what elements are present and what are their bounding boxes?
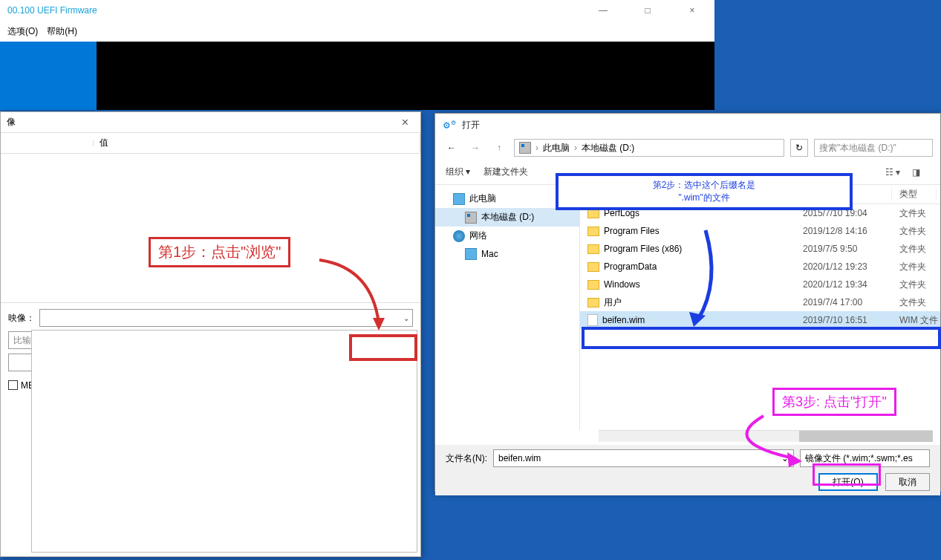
highlight-wim-file-row [582,327,941,349]
highlight-browse-button [349,334,417,361]
up-button[interactable]: ↑ [490,139,508,157]
lower-panel [31,330,417,553]
network-icon [453,230,465,242]
file-row-1[interactable]: Program Files2019/12/8 14:16文件夹 [580,222,940,240]
modal-title-suffix: 像 [7,116,16,128]
preview-pane-icon[interactable]: ◨ [912,166,930,179]
breadcrumb-drive[interactable]: 本地磁盘 (D:) [582,142,634,154]
magenta-arrow-icon [719,412,815,472]
vm-tab-row [0,42,714,110]
folder-icon [587,280,599,290]
folder-icon [587,298,599,307]
file-row-5[interactable]: 用户2019/7/4 17:00文件夹 [580,293,940,311]
modal-titlebar[interactable]: 像 × [1,112,420,133]
vm-titlebar: 00.100 UEFI Firmware — □ × [0,0,714,21]
drive-icon [519,142,531,154]
menu-help[interactable]: 帮助(H) [47,25,77,38]
chevron-down-icon [403,313,409,323]
vm-window: 00.100 UEFI Firmware — □ × 选项(O) 帮助(H) [0,0,714,110]
file-row-3[interactable]: ProgramData2020/1/12 19:23文件夹 [580,258,940,276]
dialog-title: 打开 [462,119,480,131]
tree-network[interactable]: 网络 [435,227,579,245]
folder-icon [587,262,599,272]
col-type[interactable]: 类型 [892,188,937,201]
annotation-step2: 第2步：选中这个后缀名是 ".wim"的文件 [556,173,853,210]
file-row-4[interactable]: Windows2020/1/12 19:34文件夹 [580,276,940,293]
svg-marker-0 [373,318,385,331]
filename-label: 文件名(N): [446,452,487,465]
grid-col1 [1,140,94,146]
view-mode-icon[interactable]: ☷ ▾ [885,166,903,179]
mac-icon [465,248,477,260]
file-row-2[interactable]: Program Files (x86)2019/7/5 9:50文件夹 [580,240,940,258]
highlight-open-button [813,463,881,486]
image-label: 映像： [8,312,35,325]
forward-button[interactable]: → [466,139,484,157]
address-bar[interactable]: › 此电脑 › 本地磁盘 (D:) [514,139,784,157]
grid-col2-value: 值 [94,134,420,152]
minimize-icon[interactable]: — [588,5,618,16]
close-icon[interactable]: × [677,5,707,16]
search-input[interactable]: 搜索"本地磁盘 (D:)" [814,139,933,157]
vm-console [97,42,714,110]
file-icon [587,314,598,326]
tree-mac[interactable]: Mac [435,245,579,263]
scroll-thumb[interactable] [799,431,933,442]
svg-marker-2 [787,452,802,467]
gear-icon: ⚙⚙ [443,120,456,131]
blue-arrow-icon [668,223,728,331]
new-folder-button[interactable]: 新建文件夹 [483,166,528,178]
maximize-icon[interactable]: □ [633,5,662,16]
annotation-step3: 第3步: 点击"打开" [772,388,896,416]
monitor-icon [453,193,465,205]
grid-header: 值 [1,133,420,154]
drive-icon [465,212,477,224]
active-vm-tab[interactable] [0,42,97,110]
breadcrumb-pc[interactable]: 此电脑 [543,142,570,154]
back-button[interactable]: ← [443,139,460,157]
folder-icon [587,227,599,236]
tree-local-disk-d[interactable]: 本地磁盘 (D:) [435,208,579,227]
dialog-titlebar[interactable]: ⚙⚙ 打开 [435,114,940,136]
menu-options[interactable]: 选项(O) [7,25,38,38]
refresh-button[interactable]: ↻ [790,139,808,157]
vm-menubar: 选项(O) 帮助(H) [0,21,714,42]
folder-tree: 此电脑 本地磁盘 (D:) 网络 Mac [435,185,580,430]
nav-row: ← → ↑ › 此电脑 › 本地磁盘 (D:) ↻ 搜索"本地磁盘 (D:)" [435,136,940,160]
annotation-step1: 第1步：点击"浏览" [149,237,290,267]
modal-close-icon[interactable]: × [396,116,414,129]
dialog-cancel-button[interactable]: 取消 [885,473,930,491]
red-arrow-icon [312,253,401,342]
organize-button[interactable]: 组织 ▾ [446,166,470,178]
folder-icon [587,244,599,254]
vm-window-controls: — □ × [588,5,707,16]
vm-title: 00.100 UEFI Firmware [7,5,97,16]
